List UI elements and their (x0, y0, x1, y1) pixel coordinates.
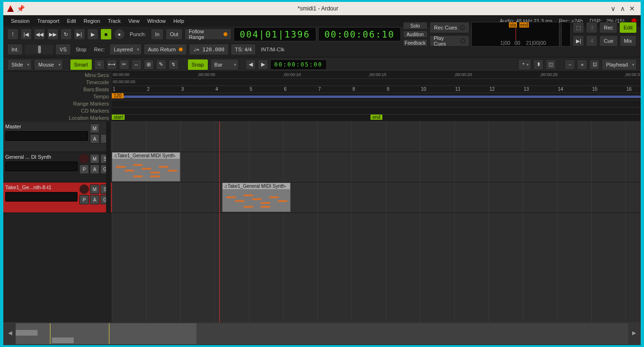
track-rec-button[interactable] (79, 184, 89, 194)
track-fader[interactable] (5, 162, 78, 171)
range-tool-icon[interactable]: ⟷ (107, 59, 117, 70)
loop-button[interactable]: ↻ (60, 29, 72, 40)
track-fader[interactable] (5, 192, 78, 202)
mouse-mode-dropdown[interactable]: Mouse (34, 59, 63, 70)
menu-region[interactable]: Region (80, 18, 104, 24)
mini-timeline[interactable]: sta end 1|00 00 21|00|00 (471, 22, 560, 47)
minimize-button[interactable]: ∨ (608, 5, 618, 12)
edit-page-button[interactable]: Edit (619, 22, 637, 33)
record-button[interactable]: ● (114, 29, 125, 40)
track-lane-2[interactable]: ♫Take1_General MIDI Synth- (112, 183, 641, 213)
timeline-canvas[interactable]: ♫Take1_General MIDI Synth- ♫Tak (112, 122, 641, 322)
rec-page-button[interactable]: Rec (599, 22, 617, 33)
audition-alert-button[interactable]: Audition (403, 30, 428, 38)
varispeed-button[interactable]: VS (55, 44, 71, 55)
track-rec-button[interactable] (79, 154, 89, 164)
auto-return-button[interactable]: Auto Return (144, 44, 187, 55)
rewind-button[interactable]: ◀◀ (34, 29, 45, 40)
summary-canvas[interactable] (16, 323, 628, 344)
secondary-clock[interactable]: 00:00:06:10 (318, 27, 401, 41)
ruler-tempo[interactable]: Tempo (3, 93, 112, 100)
scroll-right-button[interactable]: ▶ (630, 330, 638, 337)
menu-window[interactable]: Window (143, 18, 169, 24)
track-fader[interactable] (5, 131, 88, 141)
solo-alert-button[interactable]: Solo (403, 22, 428, 29)
nudge-backward-button[interactable]: ◀ (245, 59, 256, 70)
mute-button[interactable]: M (90, 124, 99, 133)
automation-button[interactable]: A (90, 164, 99, 174)
smart-mode-button[interactable]: Smart (70, 59, 92, 70)
midi-panic-button[interactable]: ! (7, 29, 19, 40)
stretch-tool-icon[interactable]: ↔ (131, 59, 142, 70)
ruler-canvas[interactable]: 00:00:00 ,00:00:05 ,00:00:10 ,00:00:15 ,… (112, 72, 641, 122)
scroll-left-button[interactable]: ◀ (6, 330, 14, 337)
menu-session[interactable]: Session (7, 18, 33, 24)
ruler-minssecs[interactable]: Mins:Secs (3, 72, 112, 79)
rec-mode-dropdown[interactable]: Layered (109, 44, 142, 55)
zoom-in-icon[interactable]: + (577, 59, 587, 70)
track-name[interactable]: Take1_Ge...nth-8-t1 (5, 184, 78, 190)
draw-tool-icon[interactable]: ✎ (156, 59, 166, 70)
goto-start-button[interactable]: |◀ (20, 29, 32, 40)
shuttle-slider[interactable] (25, 45, 53, 54)
mute-button[interactable]: M (90, 154, 99, 164)
zoom-fit-icon[interactable]: ◫ (546, 59, 556, 70)
midi-region-2[interactable]: ♫Take1_General MIDI Synth- (222, 183, 291, 212)
pin-icon[interactable]: 📌 (17, 5, 25, 12)
ruler-location[interactable]: Location Markers (3, 115, 112, 122)
edit-mode-dropdown[interactable]: Slide (7, 59, 32, 70)
marker-end[interactable]: end (371, 115, 382, 120)
track-header-master[interactable]: Master M AG (3, 122, 112, 152)
automation-button[interactable]: A (90, 195, 99, 204)
snap-button[interactable]: Snap (187, 59, 208, 70)
zoom-vert-fit-icon[interactable]: ⬍ (533, 59, 544, 70)
tempo-marker[interactable]: 120 (112, 93, 124, 98)
zoom-focus-dropdown[interactable]: Playhead (602, 59, 637, 70)
menu-edit[interactable]: Edit (63, 18, 80, 24)
playhead[interactable] (219, 122, 220, 322)
menu-transport[interactable]: Transport (33, 18, 63, 24)
track-lane-master[interactable] (112, 122, 641, 152)
stop-button[interactable]: ■ (100, 29, 112, 40)
playlist-button[interactable]: P (79, 164, 89, 174)
edit-tool-icon[interactable]: ↯ (168, 59, 179, 70)
grid-tool-icon[interactable]: ⊞ (144, 59, 154, 70)
playlist-button[interactable]: P (79, 195, 89, 204)
object-tool-icon[interactable]: ☟ (94, 59, 105, 70)
maximize-button[interactable]: ∧ (618, 5, 627, 12)
timesig-display[interactable]: TS: 4/4 (231, 44, 256, 55)
track-lane-1[interactable]: ♫Take1_General MIDI Synth- (112, 152, 641, 183)
follow-range-button[interactable]: Follow Range (185, 29, 232, 40)
visual-dropdown[interactable]: * (518, 59, 531, 70)
track-name[interactable]: Master (5, 124, 88, 129)
track-header-1[interactable]: General ... DI Synth MS PAG (3, 152, 112, 183)
primary-clock[interactable]: 004|01|1396 (234, 27, 316, 41)
menu-view[interactable]: View (125, 18, 144, 24)
rec-cues-button[interactable]: Rec Cues (429, 22, 469, 33)
nudge-clock[interactable]: 00:00:05:00 (270, 59, 327, 70)
snap-unit-dropdown[interactable]: Bar (210, 59, 239, 70)
ruler-barsbeats[interactable]: Bars:Beats (3, 86, 112, 93)
ruler-timecode[interactable]: Timecode (3, 79, 112, 86)
play-button[interactable]: ▶ (87, 29, 98, 40)
punch-out-button[interactable]: Out (166, 29, 183, 40)
sync-source-button[interactable]: Int. (7, 44, 23, 55)
midi-region-1[interactable]: ♫Take1_General MIDI Synth- (112, 152, 180, 182)
track-header-2[interactable]: Take1_Ge...nth-8-t1 MS PAG (3, 183, 112, 213)
menu-track[interactable]: Track (104, 18, 125, 24)
mute-button[interactable]: M (90, 184, 99, 194)
tempo-display[interactable]: ♩= 120.000 (189, 44, 229, 55)
nudge-forward-button[interactable]: ▶ (258, 59, 268, 70)
menu-help[interactable]: Help (170, 18, 188, 24)
play-range-button[interactable]: ▶| (74, 29, 85, 40)
close-button[interactable]: ✕ (627, 5, 637, 12)
track-name[interactable]: General ... DI Synth (5, 154, 78, 160)
automation-button[interactable]: A (90, 134, 99, 144)
mode-3-button[interactable]: 3 (586, 22, 597, 33)
cut-tool-icon[interactable]: ✂ (119, 59, 129, 70)
zoom-out-icon[interactable]: − (565, 59, 575, 70)
punch-in-button[interactable]: In (151, 29, 164, 40)
ruler-range[interactable]: Range Markers (3, 100, 112, 107)
marker-start[interactable]: start (112, 115, 125, 120)
forward-button[interactable]: ▶▶ (47, 29, 59, 40)
